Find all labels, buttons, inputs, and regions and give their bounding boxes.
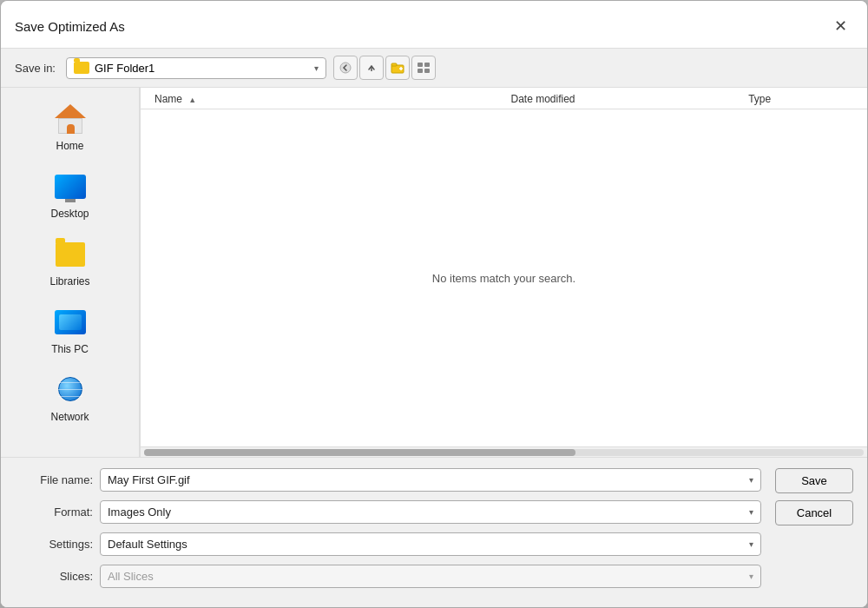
save-button[interactable]: Save [775,468,853,493]
sidebar-item-desktop[interactable]: Desktop [8,162,132,227]
new-folder-icon [391,62,404,74]
svg-rect-8 [418,69,423,73]
up-icon [365,62,378,74]
sidebar: Home Desktop Libraries [1,88,140,457]
settings-label: Settings: [15,538,93,551]
save-dialog: Save Optimized As ✕ Save in: GIF Folder1… [0,0,868,608]
nav-buttons [333,56,436,80]
column-name[interactable]: Name ▲ [141,93,511,105]
form-rows: File name: May First GIF.gif ▾ Format: I… [15,468,761,597]
title-bar: Save Optimized As ✕ [1,1,867,49]
slices-value: All Slices [108,570,749,583]
column-date[interactable]: Date modified [511,93,749,105]
sidebar-label-network: Network [50,411,89,423]
svg-rect-7 [424,63,430,67]
folder-name: GIF Folder1 [95,62,309,75]
settings-value: Default Settings [108,538,749,551]
back-button[interactable] [333,56,358,80]
column-type[interactable]: Type [748,93,867,105]
file-name-row: File name: May First GIF.gif ▾ [15,468,761,492]
chevron-down-icon: ▾ [314,63,319,73]
close-button[interactable]: ✕ [827,13,853,39]
file-name-input[interactable]: May First GIF.gif ▾ [100,468,761,492]
svg-rect-6 [418,63,423,67]
sort-arrow-icon: ▲ [188,96,196,104]
sidebar-label-desktop: Desktop [50,208,89,220]
sidebar-label-home: Home [56,140,83,152]
up-button[interactable] [359,56,384,80]
network-icon [53,373,88,407]
action-buttons: Save Cancel [775,468,853,525]
cancel-button[interactable]: Cancel [775,500,853,525]
bottom-inner: File name: May First GIF.gif ▾ Format: I… [15,468,853,597]
slices-dropdown[interactable]: All Slices ▾ [100,565,761,588]
format-value: Images Only [108,506,749,519]
file-name-value: May First GIF.gif [108,473,749,486]
views-button[interactable] [411,56,436,80]
sidebar-item-network[interactable]: Network [8,366,132,430]
sidebar-item-thispc[interactable]: This PC [8,298,132,362]
file-area: Name ▲ Date modified Type No items match… [140,88,867,457]
sidebar-label-thispc: This PC [51,343,89,355]
svg-rect-3 [391,63,397,66]
format-label: Format: [15,506,93,519]
file-header: Name ▲ Date modified Type [141,88,867,109]
file-name-label: File name: [15,473,93,486]
sidebar-item-home[interactable]: Home [8,95,132,159]
settings-dropdown[interactable]: Default Settings ▾ [100,532,761,556]
save-in-label: Save in: [15,62,56,75]
settings-chevron-icon: ▾ [749,539,753,549]
new-folder-button[interactable] [385,56,410,80]
slices-chevron-icon: ▾ [749,572,753,581]
main-area: Home Desktop Libraries [1,88,867,457]
sidebar-item-libraries[interactable]: Libraries [8,230,132,294]
file-name-chevron-icon: ▾ [749,475,753,485]
home-icon [53,102,88,136]
format-chevron-icon: ▾ [749,507,753,517]
svg-point-0 [340,63,351,73]
slices-label: Slices: [15,570,93,583]
desktop-icon [53,169,88,204]
views-icon [417,62,431,74]
slices-row: Slices: All Slices ▾ [15,565,761,588]
scrollbar-thumb [144,449,575,456]
svg-rect-9 [424,69,430,73]
thispc-icon [53,305,88,340]
back-icon [339,62,352,74]
toolbar: Save in: GIF Folder1 ▾ [1,49,867,88]
scrollbar-track [144,449,864,456]
format-dropdown[interactable]: Images Only ▾ [100,500,761,524]
settings-row: Settings: Default Settings ▾ [15,532,761,556]
dialog-title: Save Optimized As [15,19,125,34]
horizontal-scrollbar[interactable] [141,446,867,457]
sidebar-label-libraries: Libraries [49,275,89,287]
save-in-dropdown[interactable]: GIF Folder1 ▾ [66,57,326,79]
file-empty-message: No items match your search. [141,109,867,446]
libraries-icon [53,237,88,272]
folder-icon [74,62,89,74]
format-row: Format: Images Only ▾ [15,500,761,524]
bottom-area: File name: May First GIF.gif ▾ Format: I… [1,457,867,607]
